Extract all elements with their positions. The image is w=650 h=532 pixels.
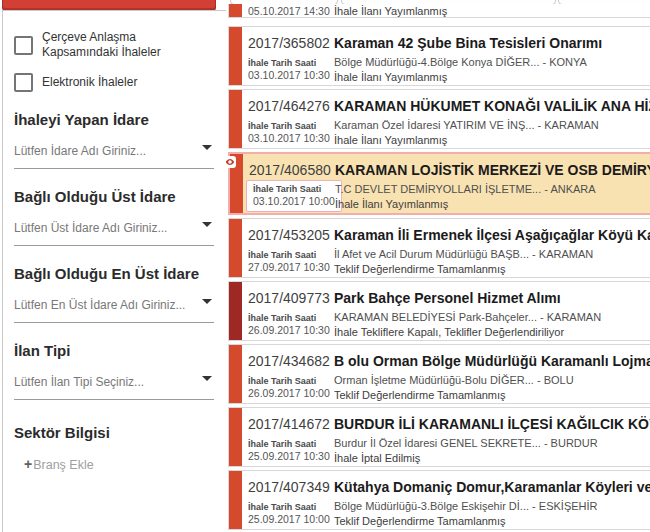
tender-row[interactable]: 2017/464276 İhale Tarih Saati 03.10.2017… (228, 89, 650, 149)
tender-number: 2017/453205 (248, 227, 330, 243)
tender-date: 25.09.2017 10:30 (248, 450, 330, 462)
status-bar (229, 345, 242, 403)
tender-date-label: İhale Tarih Saati (248, 313, 316, 323)
tender-organization: Orman İşletme Müdürlüğü-Bolu DİĞER... - … (334, 374, 574, 386)
tender-status: İhale İptal Edilmiş (334, 452, 420, 464)
tender-number: 2017/409773 (248, 290, 330, 306)
tender-organization: Burdur İl Özel İdaresi GENEL SEKRETE... … (334, 437, 598, 449)
tender-status: Teklif Değerlendirme Tamamlanmış (334, 515, 506, 527)
chevron-down-icon (202, 222, 212, 227)
status-bar (229, 4, 242, 17)
tender-date-label: İhale Tarih Saati (248, 58, 316, 68)
tender-status: İhale Tekliflere Kapalı, Teklifler Değer… (334, 326, 564, 338)
tender-rows: 05.10.2017 14:30 İhale İlanı Yayımlanmış… (228, 4, 650, 532)
add-branch-link[interactable]: +Branş Ekle (24, 456, 214, 472)
tender-status: İhale İlanı Yayımlanmış (334, 5, 447, 17)
tender-title: Karaman 42 Şube Bina Tesisleri Onarımı (334, 35, 602, 51)
select-notice-type[interactable]: Lütfen İlan Tipi Seçiniz... (14, 372, 214, 400)
tender-number: 2017/464276 (248, 98, 330, 114)
checkbox-icon[interactable] (14, 73, 33, 92)
tender-row[interactable]: 2017/365802 İhale Tarih Saati 03.10.2017… (228, 26, 650, 86)
select-placeholder: Lütfen İdare Adı Giriniz... (14, 144, 146, 158)
select-placeholder: Lütfen En Üst İdare Adı Giriniz... (14, 298, 185, 312)
filter-panel: Çerçeve Anlaşma Kapsamındaki İhaleler El… (2, 10, 226, 532)
filter-label-contracting-authority: İhaleyi Yapan İdare (14, 111, 214, 128)
checkbox-label: Elektronik İhaleler (42, 75, 137, 90)
chevron-down-icon (202, 145, 212, 150)
tender-date-label: İhale Tarih Saati (248, 502, 316, 512)
sector-info-label: Sektör Bilgisi (14, 424, 214, 441)
tender-title: Kütahya Domaniç Domur,Karamanlar Köyleri… (334, 479, 650, 495)
tender-row[interactable]: 2017/409773 İhale Tarih Saati 26.09.2017… (228, 281, 650, 341)
status-bar (229, 408, 242, 466)
tender-organization: Karaman Özel İdaresi YATIRIM VE İNŞ... -… (334, 119, 599, 131)
select-placeholder: Lütfen İlan Tipi Seçiniz... (14, 375, 144, 389)
tender-date-label: İhale Tarih Saati (248, 376, 316, 386)
tender-date-label: İhale Tarih Saati (248, 439, 316, 449)
filter-label-notice-type: İlan Tipi (14, 342, 214, 359)
status-bar (229, 282, 242, 340)
checkbox-icon[interactable] (14, 36, 33, 55)
tender-title: Karaman İli Ermenek İlçesi Aşağıçağlar K… (334, 227, 650, 243)
tender-title: KARAMAN LOJİSTİK MERKEZİ VE OSB DEMİRYOL… (335, 162, 650, 178)
chevron-down-icon (202, 299, 212, 304)
filter-sidebar: Çerçeve Anlaşma Kapsamındaki İhaleler El… (2, 0, 226, 532)
tender-row[interactable]: 2017/407349 İhale Tarih Saati 25.09.2017… (228, 470, 650, 530)
tender-date: 03.10.2017 10:00 (253, 195, 335, 207)
tender-organization: İl Afet ve Acil Durum Müdürlüğü BAŞB... … (334, 248, 593, 260)
tender-number: 2017/434682 (248, 353, 330, 369)
tender-organization: T.C DEVLET DEMİRYOLLARI İŞLETME... - ANK… (335, 183, 596, 195)
tender-date-box: İhale Tarih Saati 03.10.2017 10:00 (246, 180, 342, 212)
tender-organization: Bölge Müdürlüğü-3.Bölge Eskişehir Dİ... … (334, 500, 598, 512)
filter-label-top-authority: Bağlı Olduğu En Üst İdare (14, 265, 214, 282)
tender-title: KARAMAN HÜKUMET KONAĞI VALİLİK ANA HİZME… (334, 98, 650, 114)
viewed-eye-icon[interactable] (224, 156, 236, 168)
status-bar (229, 219, 242, 277)
status-bar (229, 27, 242, 85)
tender-status: Teklif Değerlendirme Tamamlanmış (334, 263, 506, 275)
tender-organization: Bölge Müdürlüğü-4.Bölge Konya DİĞER... -… (334, 56, 587, 68)
tender-date: 05.10.2017 14:30 (248, 5, 330, 17)
tender-row[interactable]: 2017/434682 İhale Tarih Saati 26.09.2017… (228, 344, 650, 404)
tender-date: 26.09.2017 10:30 (248, 324, 330, 336)
select-placeholder: Lütfen Üst İdare Adı Giriniz... (14, 221, 167, 235)
add-branch-label: Branş Ekle (33, 458, 93, 472)
tender-date-label: İhale Tarih Saati (253, 184, 335, 194)
tender-date: 03.10.2017 10:30 (248, 132, 330, 144)
select-parent-authority[interactable]: Lütfen Üst İdare Adı Giriniz... (14, 218, 214, 246)
tender-row[interactable]: 2017/414672 İhale Tarih Saati 25.09.2017… (228, 407, 650, 467)
checkbox-label: Çerçeve Anlaşma Kapsamındaki İhaleler (42, 30, 214, 60)
tender-date: 25.09.2017 10:00 (248, 513, 330, 525)
tender-list: 05.10.2017 14:30 İhale İlanı Yayımlanmış… (228, 0, 650, 532)
tender-status: Teklif Değerlendirme Tamamlanmış (334, 389, 506, 401)
chevron-down-icon (202, 376, 212, 381)
tender-organization: KARAMAN BELEDİYESİ Park-Bahçeler... - KA… (334, 311, 601, 323)
filter-label-parent-authority: Bağlı Olduğu Üst İdare (14, 188, 214, 205)
tender-date: 03.10.2017 10:30 (248, 69, 330, 81)
tender-number: 2017/365802 (248, 35, 330, 51)
checkbox-framework-agreement[interactable]: Çerçeve Anlaşma Kapsamındaki İhaleler (14, 30, 214, 60)
checkbox-electronic-tenders[interactable]: Elektronik İhaleler (14, 73, 214, 92)
tender-date: 27.09.2017 10:30 (248, 261, 330, 273)
tender-number: 2017/414672 (248, 416, 330, 432)
status-bar (229, 471, 242, 529)
plus-icon: + (24, 456, 32, 472)
tender-row[interactable]: 2017/406580 İhale Tarih Saati 03.10.2017… (228, 152, 650, 215)
tender-row[interactable]: 2017/453205 İhale Tarih Saati 27.09.2017… (228, 218, 650, 278)
tender-status: İhale İlanı Yayımlanmış (335, 198, 448, 210)
tender-number: 2017/407349 (248, 479, 330, 495)
tender-title: BURDUR İLİ KARAMANLI İLÇESİ KAĞILCIK KÖY… (334, 416, 650, 432)
tender-row-partial[interactable]: 05.10.2017 14:30 İhale İlanı Yayımlanmış (228, 4, 650, 18)
tender-status: İhale İlanı Yayımlanmış (334, 71, 447, 83)
status-bar (229, 90, 242, 148)
select-top-authority[interactable]: Lütfen En Üst İdare Adı Giriniz... (14, 295, 214, 323)
select-contracting-authority[interactable]: Lütfen İdare Adı Giriniz... (14, 141, 214, 169)
tender-title: B olu Orman Bölge Müdürlüğü Karamanlı Lo… (334, 353, 650, 369)
tender-title: Park Bahçe Personel Hizmet Alımı (334, 290, 561, 306)
tender-date: 26.09.2017 10:00 (248, 387, 330, 399)
tender-status: İhale İlanı Yayımlanmış (334, 134, 447, 146)
tender-number: 2017/406580 (249, 162, 331, 178)
tender-date-label: İhale Tarih Saati (248, 250, 316, 260)
tender-date-label: İhale Tarih Saati (248, 121, 316, 131)
